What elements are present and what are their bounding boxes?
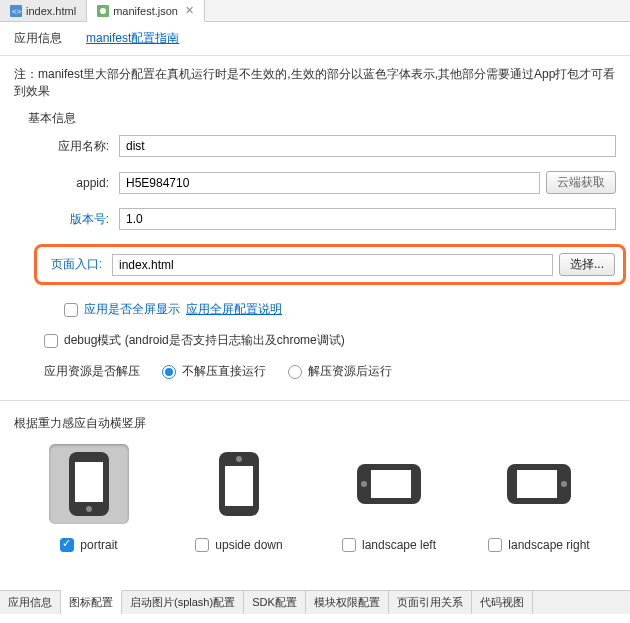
btab-module-perm[interactable]: 模块权限配置: [306, 591, 389, 614]
orientation-title: 根据重力感应自动横竖屏: [14, 415, 616, 432]
tab-label: index.html: [26, 5, 76, 17]
bottom-tabs: 应用信息 图标配置 启动图片(splash)配置 SDK配置 模块权限配置 页面…: [0, 590, 630, 614]
fullscreen-label: 应用是否全屏显示: [84, 301, 180, 318]
select-button[interactable]: 选择...: [559, 253, 615, 276]
phone-landscape-left-icon: [349, 444, 429, 524]
upside-checkbox[interactable]: [195, 538, 209, 552]
radio-no-unzip-label: 不解压直接运行: [182, 363, 266, 380]
entry-label: 页面入口:: [45, 256, 102, 273]
portrait-checkbox[interactable]: [60, 538, 74, 552]
svg-rect-11: [371, 470, 411, 498]
close-icon[interactable]: ✕: [185, 4, 194, 17]
debug-checkbox[interactable]: [44, 334, 58, 348]
orientation-upside[interactable]: upside down: [184, 444, 294, 552]
html-file-icon: <>: [10, 5, 22, 17]
fullscreen-checkbox[interactable]: [64, 303, 78, 317]
section-basic-title: 基本信息: [28, 110, 616, 127]
fullscreen-link[interactable]: 应用全屏配置说明: [186, 301, 282, 318]
svg-rect-5: [75, 462, 103, 502]
orientation-portrait[interactable]: portrait: [34, 444, 144, 552]
app-name-label: 应用名称:: [44, 138, 109, 155]
entry-row-highlight: 页面入口: 选择...: [34, 244, 626, 285]
sub-header: 应用信息 manifest配置指南: [0, 22, 630, 56]
btab-icon-config[interactable]: 图标配置: [61, 590, 122, 614]
tab-index-html[interactable]: <> index.html: [0, 0, 87, 21]
svg-rect-8: [225, 466, 253, 506]
tab-manifest-json[interactable]: manifest.json ✕: [87, 0, 205, 22]
appid-input[interactable]: [119, 172, 540, 194]
svg-text:<>: <>: [12, 7, 22, 16]
app-name-input[interactable]: [119, 135, 616, 157]
resource-label: 应用资源是否解压: [44, 363, 140, 380]
tab-label: manifest.json: [113, 5, 178, 17]
version-input[interactable]: [119, 208, 616, 230]
btab-sdk[interactable]: SDK配置: [244, 591, 306, 614]
debug-label: debug模式 (android是否支持日志输出及chrome调试): [64, 332, 345, 349]
manifest-guide-link[interactable]: manifest配置指南: [86, 30, 179, 47]
btab-splash[interactable]: 启动图片(splash)配置: [122, 591, 244, 614]
editor-tabs: <> index.html manifest.json ✕: [0, 0, 630, 22]
cloud-fetch-button[interactable]: 云端获取: [546, 171, 616, 194]
landscape-left-checkbox[interactable]: [342, 538, 356, 552]
svg-point-9: [236, 456, 242, 462]
svg-point-3: [100, 8, 106, 14]
btab-code-view[interactable]: 代码视图: [472, 591, 533, 614]
note-text: 注：manifest里大部分配置在真机运行时是不生效的,生效的部分以蓝色字体表示…: [14, 66, 616, 100]
landscape-right-checkbox[interactable]: [488, 538, 502, 552]
phone-landscape-right-icon: [499, 444, 579, 524]
svg-point-15: [561, 481, 567, 487]
radio-unzip[interactable]: [288, 365, 302, 379]
svg-rect-14: [517, 470, 557, 498]
svg-point-6: [86, 506, 92, 512]
svg-point-12: [361, 481, 367, 487]
orientation-landscape-left[interactable]: landscape left: [334, 444, 444, 552]
appid-label: appid:: [44, 176, 109, 190]
entry-input[interactable]: [112, 254, 553, 276]
app-info-label: 应用信息: [14, 30, 62, 47]
radio-unzip-label: 解压资源后运行: [308, 363, 392, 380]
json-file-icon: [97, 5, 109, 17]
radio-no-unzip[interactable]: [162, 365, 176, 379]
phone-upside-icon: [199, 444, 279, 524]
btab-page-ref[interactable]: 页面引用关系: [389, 591, 472, 614]
version-label: 版本号:: [44, 211, 109, 228]
orientation-landscape-right[interactable]: landscape right: [484, 444, 594, 552]
phone-portrait-icon: [49, 444, 129, 524]
btab-app-info[interactable]: 应用信息: [0, 591, 61, 614]
